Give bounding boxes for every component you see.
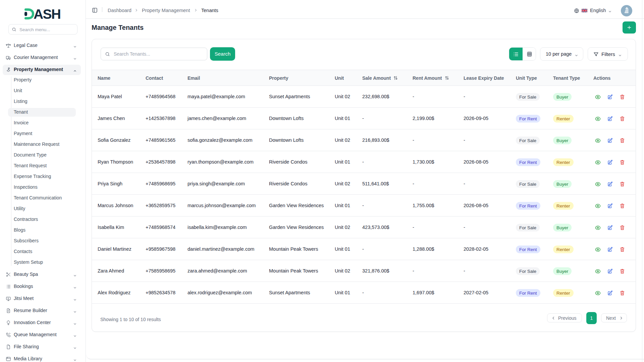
svg-text:ASH: ASH: [34, 6, 60, 22]
